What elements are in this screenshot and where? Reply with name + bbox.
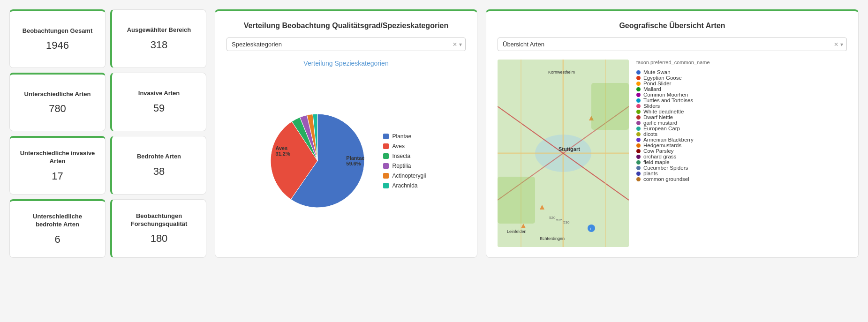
species-name: White deadnettle: [643, 109, 684, 114]
species-name: Cow Parsley: [643, 148, 674, 154]
legend-item-aves: Aves: [383, 143, 426, 150]
stat-value-3: 59: [153, 102, 165, 114]
species-name: field maple: [643, 159, 670, 165]
map-panel-title: Geografische Übersicht Arten: [498, 22, 847, 30]
stat-value-1: 318: [151, 39, 168, 51]
species-item: plants: [636, 171, 847, 176]
species-item: orchard grass: [636, 154, 847, 159]
chart-dropdown[interactable]: Spezieskategorien: [226, 37, 466, 51]
svg-text:Leinfelden: Leinfelden: [507, 229, 527, 234]
stat-card-1: Ausgewählter Bereich 318: [110, 9, 206, 68]
species-dot: [636, 138, 641, 142]
species-legend: taxon.preferred_common_name Mute Swan Eg…: [636, 60, 847, 247]
species-dot: [636, 132, 641, 136]
legend-dot: [383, 183, 389, 188]
species-name: orchard grass: [643, 154, 676, 159]
species-list: Mute Swan Egyptian Goose Pond Slider Mal…: [636, 69, 847, 182]
stat-card-5: Bedrohte Arten 38: [110, 136, 206, 195]
legend-item-plantae: Plantae: [383, 133, 426, 140]
species-item: Dwarf Nettle: [636, 114, 847, 120]
species-dot: [636, 127, 641, 131]
species-item: Cow Parsley: [636, 148, 847, 154]
species-name: garlic mustard: [643, 120, 677, 126]
legend-label: Arachnida: [392, 182, 417, 189]
chart-area: Plantae59.6% Aves31.2% Plantae Aves Inse…: [226, 75, 466, 247]
species-item: Pond Slider: [636, 81, 847, 86]
species-legend-title: taxon.preferred_common_name: [636, 60, 847, 65]
species-item: dicots: [636, 131, 847, 137]
legend-label: Reptilia: [392, 163, 411, 169]
chart-dropdown-wrapper: Spezieskategorien ✕ ▾: [226, 37, 466, 51]
legend-label: Plantae: [392, 133, 411, 140]
species-name: common groundsel: [643, 176, 689, 182]
species-item: Common Moorhen: [636, 92, 847, 97]
svg-rect-21: [591, 83, 629, 130]
species-item: common groundsel: [636, 176, 847, 182]
species-item: Cucumber Spiders: [636, 165, 847, 171]
species-dot: [636, 149, 641, 153]
stat-card-7: Beobachtungen Forschungsqualität 180: [110, 199, 206, 258]
svg-point-18: [588, 225, 595, 232]
species-dot: [636, 115, 641, 120]
species-dot: [636, 121, 641, 125]
legend-dot: [383, 163, 389, 169]
species-dot: [636, 70, 641, 75]
species-item: Egyptian Goose: [636, 75, 847, 81]
svg-text:Kornwestheim: Kornwestheim: [548, 70, 575, 75]
species-dot: [636, 93, 641, 97]
species-dot: [636, 160, 641, 165]
species-name: European Carp: [643, 126, 680, 131]
species-item: Mallard: [636, 86, 847, 92]
species-item: European Carp: [636, 126, 847, 131]
stats-panel: Beobachtungen Gesamt 1946 Ausgewählter B…: [9, 9, 206, 258]
species-dot: [636, 87, 641, 91]
svg-text:Stuttgart: Stuttgart: [559, 146, 580, 152]
stat-value-4: 17: [52, 170, 63, 182]
chart-subtitle: Verteilung Spezieskategorien: [226, 60, 466, 67]
stat-card-0: Beobachtungen Gesamt 1946: [9, 9, 106, 68]
species-name: Mallard: [643, 86, 661, 92]
map-dropdown[interactable]: Übersicht Arten: [498, 37, 847, 51]
legend-label: Actinopterygii: [392, 172, 426, 179]
species-name: Pond Slider: [643, 81, 671, 86]
svg-text:530: 530: [563, 220, 570, 225]
stat-value-2: 780: [49, 103, 66, 115]
species-dot: [636, 155, 641, 159]
chart-panel: Verteilung Beobachtung Qualitätsgrad/Spe…: [215, 9, 477, 258]
svg-rect-20: [498, 177, 535, 224]
svg-text:Echterdingen: Echterdingen: [540, 236, 565, 241]
species-dot: [636, 172, 641, 176]
species-name: Hedgemustards: [643, 142, 681, 148]
legend-dot: [383, 153, 389, 159]
pie-svg: [266, 109, 369, 212]
map-image: Stuttgart Kornwestheim Leinfelden Echter…: [498, 60, 629, 247]
stat-value-6: 6: [54, 233, 60, 246]
dashboard: Beobachtungen Gesamt 1946 Ausgewählter B…: [9, 9, 859, 258]
svg-text:i: i: [590, 226, 591, 231]
legend-item-insecta: Insecta: [383, 153, 426, 159]
species-item: field maple: [636, 159, 847, 165]
species-dot: [636, 110, 641, 114]
species-dot: [636, 166, 641, 170]
stat-title-0: Beobachtungen Gesamt: [23, 27, 93, 35]
stat-card-2: Unterschiedliche Arten 780: [9, 73, 106, 131]
legend-label: Aves: [392, 143, 404, 150]
legend-dot: [383, 143, 389, 149]
map-svg: Stuttgart Kornwestheim Leinfelden Echter…: [498, 60, 629, 247]
stat-value-7: 180: [151, 232, 168, 245]
species-dot: [636, 76, 641, 80]
species-item: Hedgemustards: [636, 142, 847, 148]
stat-value-0: 1946: [46, 39, 69, 52]
legend-label: Insecta: [392, 153, 410, 159]
legend-item-actinopterygii: Actinopterygii: [383, 172, 426, 179]
legend-item-arachnida: Arachnida: [383, 182, 426, 189]
species-name: dicots: [643, 131, 657, 137]
stat-card-4: Unterschiedliche invasive Arten 17: [9, 136, 106, 195]
species-item: White deadnettle: [636, 109, 847, 114]
species-item: Turtles and Tortoises: [636, 97, 847, 103]
species-name: Dwarf Nettle: [643, 114, 673, 120]
stat-value-5: 38: [153, 165, 165, 178]
svg-text:525: 525: [556, 218, 563, 222]
stat-title-1: Ausgewählter Bereich: [127, 26, 191, 34]
stat-title-4: Unterschiedliche invasive Arten: [19, 150, 96, 165]
